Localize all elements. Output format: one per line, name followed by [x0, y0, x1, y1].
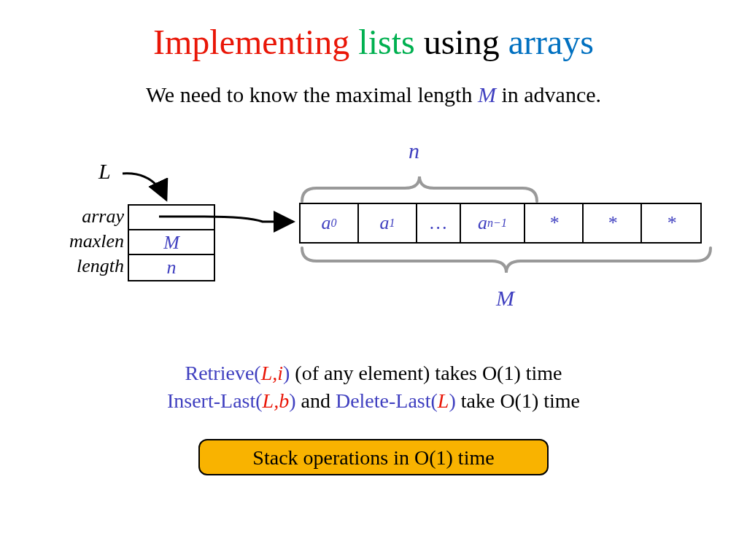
field-length-label: length	[66, 254, 124, 279]
array-cell-1: a1	[359, 204, 417, 242]
array-cell-star-3: *	[642, 204, 700, 242]
array-box: a0 a1 … an−1 * * *	[299, 203, 702, 244]
complexity-lines: Retrieve(L,i) (of any element) takes O(1…	[0, 357, 747, 417]
title-word-1: Implementing	[153, 23, 349, 61]
line-insert-delete: Insert-Last(L,b) and Delete-Last(L) take…	[0, 389, 747, 413]
pointer-L-label: L	[98, 159, 111, 184]
var-M: M	[478, 82, 496, 106]
stack-callout: Stack operations in O(1) time	[198, 439, 549, 475]
line-retrieve: Retrieve(L,i) (of any element) takes O(1…	[0, 362, 747, 385]
array-cell-star-1: *	[525, 204, 584, 242]
struct-maxlen-value: M	[129, 230, 214, 255]
brace-bottom-icon	[299, 246, 713, 276]
field-maxlen-label: maxlen	[66, 229, 124, 254]
slide-title: Implementing lists using arrays	[0, 0, 747, 62]
list-struct-box: M n	[128, 204, 215, 281]
brace-M-label: M	[496, 286, 514, 311]
struct-length-value: n	[129, 255, 214, 280]
array-cell-0: a0	[301, 204, 359, 242]
subtitle: We need to know the maximal length M in …	[0, 82, 747, 107]
diagram: L array maxlen length M n a0 a1 … an−1 *…	[0, 131, 747, 335]
struct-array-value	[129, 206, 214, 230]
array-cell-dots: …	[417, 204, 461, 242]
array-cell-n1: an−1	[461, 204, 525, 242]
title-word-4: arrays	[508, 23, 594, 61]
struct-field-labels: array maxlen length	[66, 204, 124, 279]
title-word-2: lists	[358, 23, 414, 61]
brace-top-icon	[299, 174, 540, 203]
brace-n-label: n	[409, 139, 419, 163]
title-word-3: using	[424, 23, 500, 61]
field-array-label: array	[66, 204, 124, 229]
array-cell-star-2: *	[584, 204, 642, 242]
